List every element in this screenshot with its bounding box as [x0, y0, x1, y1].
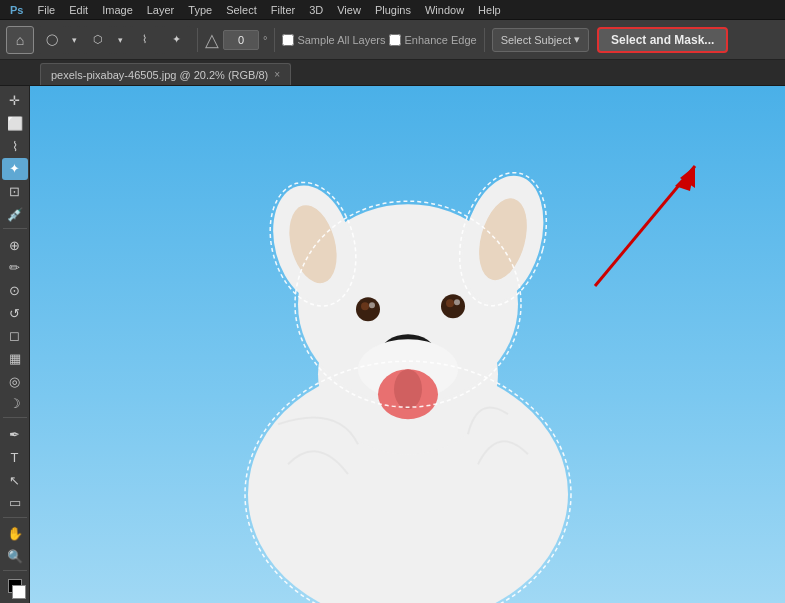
healing-tool[interactable]: ⊕ [2, 234, 28, 256]
menu-select[interactable]: Select [220, 2, 263, 18]
sample-all-label: Sample All Layers [297, 34, 385, 46]
options-bar: ⌂ ◯ ▾ ⬡ ▾ ⌇ ✦ △ ° Sample All Layers Enha… [0, 20, 785, 60]
tab-filename: pexels-pixabay-46505.jpg @ 20.2% (RGB/8) [51, 69, 268, 81]
path-select-tool[interactable]: ↖ [2, 469, 28, 491]
svg-point-10 [441, 294, 465, 318]
menu-window[interactable]: Window [419, 2, 470, 18]
sample-all-checkbox[interactable] [282, 34, 294, 46]
lasso-tool[interactable]: ⌇ [2, 135, 28, 157]
separator-2 [274, 28, 275, 52]
tab-bar: pexels-pixabay-46505.jpg @ 20.2% (RGB/8)… [0, 60, 785, 86]
clone-tool[interactable]: ⊙ [2, 280, 28, 302]
angle-degree-label: ° [263, 34, 267, 46]
menu-type[interactable]: Type [182, 2, 218, 18]
hand-tool[interactable]: ✋ [2, 523, 28, 545]
separator-1 [197, 28, 198, 52]
quick-select-btn[interactable]: ✦ [162, 26, 190, 54]
color-chips[interactable] [4, 579, 26, 597]
svg-point-8 [361, 302, 369, 310]
dodge-tool[interactable]: ☽ [2, 393, 28, 415]
lasso-options-btn[interactable]: ▾ [114, 26, 126, 54]
zoom-tool[interactable]: 🔍 [2, 546, 28, 568]
select-and-mask-button[interactable]: Select and Mask... [597, 27, 728, 53]
ps-logo: Ps [4, 2, 29, 18]
main-area: ✛ ⬜ ⌇ ✦ ⊡ 💉 ⊕ ✏ ⊙ ↺ ◻ ▦ ◎ ☽ ✒ T ↖ ▭ [0, 86, 785, 603]
menu-edit[interactable]: Edit [63, 2, 94, 18]
menu-image[interactable]: Image [96, 2, 139, 18]
enhance-edge-checkbox[interactable] [389, 34, 401, 46]
sample-all-group: Sample All Layers [282, 34, 385, 46]
select-subject-button[interactable]: Select Subject ▾ [492, 28, 589, 52]
menu-filter[interactable]: Filter [265, 2, 301, 18]
svg-point-11 [446, 299, 454, 307]
left-toolbar: ✛ ⬜ ⌇ ✦ ⊡ 💉 ⊕ ✏ ⊙ ↺ ◻ ▦ ◎ ☽ ✒ T ↖ ▭ [0, 86, 30, 603]
document-tab[interactable]: pexels-pixabay-46505.jpg @ 20.2% (RGB/8)… [40, 63, 291, 85]
toolbar-separator-3 [3, 517, 27, 521]
lasso-btn[interactable]: ⌇ [130, 26, 158, 54]
options-dropdown-btn[interactable]: ▾ [68, 26, 80, 54]
blur-tool[interactable]: ◎ [2, 370, 28, 392]
tab-close-btn[interactable]: × [274, 69, 280, 80]
menu-view[interactable]: View [331, 2, 367, 18]
menu-bar: Ps File Edit Image Layer Type Select Fil… [0, 0, 785, 20]
enhance-edge-label: Enhance Edge [404, 34, 476, 46]
menu-help[interactable]: Help [472, 2, 507, 18]
eyedropper-tool[interactable]: 💉 [2, 203, 28, 225]
dog-image [158, 124, 658, 603]
svg-point-12 [454, 299, 460, 305]
polygonal-lasso-btn[interactable]: ⬡ [84, 26, 112, 54]
menu-layer[interactable]: Layer [141, 2, 181, 18]
eraser-tool[interactable]: ◻ [2, 325, 28, 347]
marquee-tool[interactable]: ⬜ [2, 113, 28, 135]
history-brush-tool[interactable]: ↺ [2, 302, 28, 324]
menu-file[interactable]: File [31, 2, 61, 18]
angle-icon: △ [205, 29, 219, 51]
enhance-edge-group: Enhance Edge [389, 34, 476, 46]
shape-tool[interactable]: ▭ [2, 492, 28, 514]
menu-plugins[interactable]: Plugins [369, 2, 417, 18]
angle-input[interactable] [223, 30, 259, 50]
gradient-tool[interactable]: ▦ [2, 348, 28, 370]
brush-tool[interactable]: ✏ [2, 257, 28, 279]
menu-3d[interactable]: 3D [303, 2, 329, 18]
quick-select-tool[interactable]: ✦ [2, 158, 28, 180]
toolbar-separator-2 [3, 417, 27, 421]
toolbar-separator-4 [3, 570, 27, 574]
separator-3 [484, 28, 485, 52]
toolbar-separator-1 [3, 228, 27, 232]
svg-point-7 [356, 297, 380, 321]
crop-tool[interactable]: ⊡ [2, 181, 28, 203]
text-tool[interactable]: T [2, 447, 28, 469]
elliptical-marquee-btn[interactable]: ◯ [38, 26, 66, 54]
svg-point-9 [369, 302, 375, 308]
move-tool[interactable]: ✛ [2, 90, 28, 112]
pen-tool[interactable]: ✒ [2, 424, 28, 446]
home-icon-btn[interactable]: ⌂ [6, 26, 34, 54]
svg-point-17 [394, 369, 422, 409]
canvas-area[interactable] [30, 86, 785, 603]
